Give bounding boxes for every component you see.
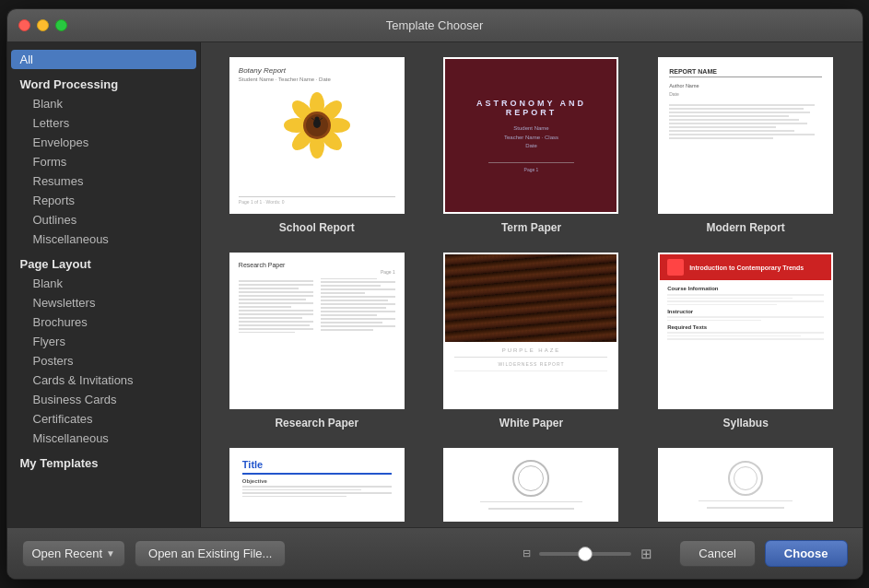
zoom-controls: ⊟ ⊞ <box>519 545 655 563</box>
template-thumb-title-page: Title Objective <box>229 448 405 522</box>
window-controls <box>18 19 67 31</box>
bottom-bar: Open Recent ▼ Open an Existing File... ⊟… <box>7 527 863 579</box>
choose-button[interactable]: Choose <box>765 540 848 567</box>
template-label-modern-report: Modern Report <box>706 221 784 234</box>
maximize-button[interactable] <box>55 19 67 31</box>
template-thumb-plain1 <box>443 448 618 522</box>
window-title: Template Chooser <box>386 18 484 32</box>
template-thumb-modern-report: REPORT NAME Author Name Date <box>658 57 833 214</box>
zoom-out-icon: ⊟ <box>519 547 534 561</box>
sidebar-item-blank-pl[interactable]: Blank <box>7 274 200 293</box>
sidebar-item-cards-invitations[interactable]: Cards & Invitations <box>7 370 200 390</box>
open-recent-label: Open Recent <box>32 547 103 560</box>
titlebar: Template Chooser <box>7 9 863 42</box>
template-syllabus[interactable]: Introduction to Contemporary Trends Cour… <box>648 253 844 429</box>
template-thumb-term-paper: ASTRONOMY AND REPORT Student NameTeacher… <box>443 57 618 214</box>
sidebar-header-page-layout: Page Layout <box>7 254 200 274</box>
template-school-report[interactable]: Botany Report Student Name · Teacher Nam… <box>219 57 416 234</box>
sidebar-header-my-templates: My Templates <box>7 453 200 473</box>
close-button[interactable] <box>18 19 30 31</box>
template-thumb-school-report: Botany Report Student Name · Teacher Nam… <box>229 57 405 214</box>
sidebar: All Word Processing Blank Letters Envelo… <box>7 42 201 527</box>
sidebar-item-forms[interactable]: Forms <box>7 152 200 171</box>
sidebar-item-business-cards[interactable]: Business Cards <box>7 390 200 409</box>
template-term-paper[interactable]: ASTRONOMY AND REPORT Student NameTeacher… <box>433 57 629 234</box>
template-chooser-window: Template Chooser All Word Processing Bla… <box>6 8 863 580</box>
templates-grid: Botany Report Student Name · Teacher Nam… <box>201 42 863 527</box>
sidebar-item-outlines[interactable]: Outlines <box>7 210 200 229</box>
open-existing-file-button[interactable]: Open an Existing File... <box>135 540 286 567</box>
template-modern-report[interactable]: REPORT NAME Author Name Date <box>648 57 844 234</box>
sidebar-item-brochures[interactable]: Brochures <box>7 312 200 332</box>
sidebar-item-flyers[interactable]: Flyers <box>7 332 200 351</box>
template-thumb-white-paper: PURPLE HAZE WILDERNESS REPORT <box>443 253 618 409</box>
template-label-white-paper: White Paper <box>499 417 563 429</box>
sidebar-item-posters[interactable]: Posters <box>7 351 200 370</box>
sidebar-item-certificates[interactable]: Certificates <box>7 409 200 429</box>
open-recent-chevron-icon: ▼ <box>106 548 115 559</box>
template-plain2[interactable] <box>648 448 844 527</box>
template-thumb-research-paper: Research Paper Page 1 <box>229 253 405 409</box>
sidebar-item-resumes[interactable]: Resumes <box>7 171 200 191</box>
cancel-button[interactable]: Cancel <box>679 540 755 567</box>
svg-point-11 <box>314 116 319 121</box>
main-content: All Word Processing Blank Letters Envelo… <box>7 42 863 527</box>
template-title-page[interactable]: Title Objective <box>219 448 416 527</box>
sidebar-item-all[interactable]: All <box>11 50 196 69</box>
sidebar-item-misc-wp[interactable]: Miscellaneous <box>7 229 200 249</box>
template-label-school-report: School Report <box>279 221 355 234</box>
template-white-paper[interactable]: PURPLE HAZE WILDERNESS REPORT White Pape… <box>433 253 629 429</box>
template-label-term-paper: Term Paper <box>501 221 561 234</box>
choose-label: Choose <box>784 547 828 560</box>
sidebar-item-envelopes[interactable]: Envelopes <box>7 133 200 152</box>
zoom-in-icon: ⊞ <box>637 545 655 563</box>
template-label-syllabus: Syllabus <box>722 417 768 429</box>
zoom-slider[interactable] <box>539 552 631 556</box>
template-thumb-plain2 <box>658 448 833 522</box>
main-area: Botany Report Student Name · Teacher Nam… <box>201 42 863 527</box>
sidebar-item-reports[interactable]: Reports <box>7 191 200 210</box>
template-plain1[interactable] <box>433 448 629 527</box>
cancel-label: Cancel <box>699 547 735 560</box>
open-recent-button[interactable]: Open Recent ▼ <box>22 540 126 567</box>
open-existing-label: Open an Existing File... <box>148 547 272 560</box>
sidebar-item-misc-pl[interactable]: Miscellaneous <box>7 429 200 448</box>
sidebar-header-word-processing: Word Processing <box>7 75 200 94</box>
template-label-research-paper: Research Paper <box>275 417 358 429</box>
sidebar-item-blank-wp[interactable]: Blank <box>7 94 200 113</box>
sidebar-item-newsletters[interactable]: Newsletters <box>7 293 200 312</box>
sidebar-item-letters[interactable]: Letters <box>7 113 200 133</box>
template-research-paper[interactable]: Research Paper Page 1 <box>219 253 416 429</box>
template-thumb-syllabus: Introduction to Contemporary Trends Cour… <box>658 253 833 409</box>
minimize-button[interactable] <box>37 19 49 31</box>
